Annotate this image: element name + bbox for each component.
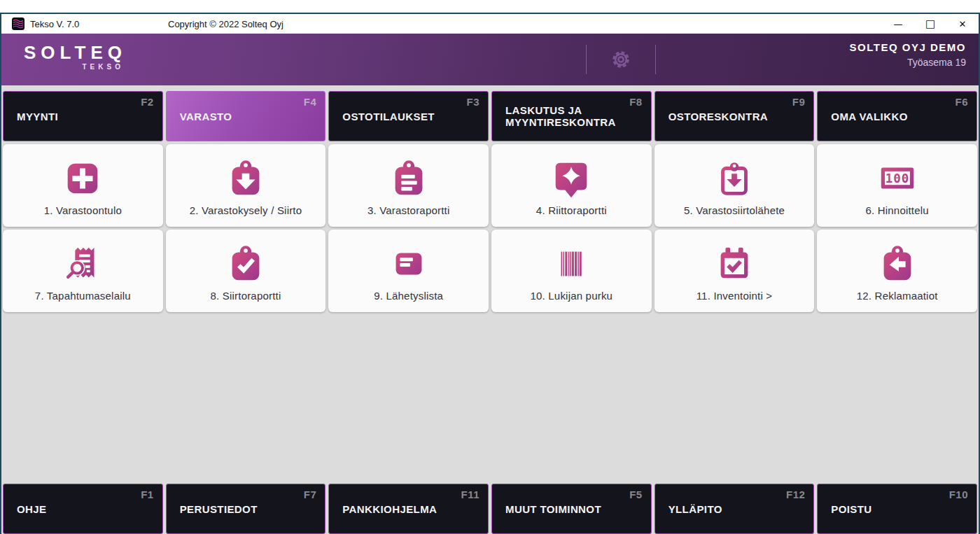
marker-sparkle-icon [549,156,594,201]
top-menu-button[interactable]: F2 MYYNTI [3,91,163,141]
tile-button[interactable]: 5. Varastosiirtolähete [654,144,815,227]
menu-label: PANKKIOHJELMA [342,503,437,515]
tile-label: 3. Varastoraportti [368,204,450,216]
tile-button[interactable]: 10. Lukijan purku [491,230,652,312]
tag-arrow-left-icon [875,241,920,286]
copyright-text: Copyright © 2022 Solteq Oyj [168,19,284,29]
menu-label: POISTU [831,503,872,515]
tile-label: 7. Tapahtumaselailu [35,290,131,302]
close-button[interactable]: ✕ [946,14,979,34]
menu-label: PERUSTIEDOT [180,503,258,515]
settings-area [586,45,656,74]
menu-label: MUUT TOIMINNOT [505,503,601,515]
tile-button[interactable]: 7. Tapahtumaselailu [3,230,163,312]
fkey-label: F6 [955,96,968,108]
tile-button[interactable]: 100 6. Hinnoittelu [817,144,977,227]
tile-label: 5. Varastosiirtolähete [684,204,785,216]
menu-label: MYYNTI [17,111,58,122]
session-info: SOLTEQ OYJ DEMO Työasema 19 [850,41,966,68]
fkey-label: F4 [304,96,317,108]
tile-label: 6. Hinnoittelu [865,204,928,216]
menu-label: OSTORESKONTRA [668,111,768,122]
plus-square-icon [60,156,105,201]
tile-grid: 1. Varastoontulo 2. Varastokysely / Siir… [3,144,977,312]
tile-button[interactable]: 2. Varastokysely / Siirto [166,144,326,227]
top-menu-button[interactable]: F8 LASKUTUS JA MYYNTIRESKONTRA [491,91,652,141]
tag-arrow-down-icon [223,156,268,201]
minimize-button[interactable]: — [882,14,914,34]
empty-area [3,312,977,484]
barcode-icon [549,241,594,286]
tile-button[interactable]: 1. Varastoontulo [3,144,163,227]
app-window: Tekso V. 7.0 Copyright © 2022 Solteq Oyj… [0,13,980,534]
bottom-menu-button[interactable]: F12 YLLÄPITO [654,484,815,534]
bottom-menu-button[interactable]: F5 MUUT TOIMINNOT [491,484,652,534]
card-lines-icon [386,241,431,286]
top-menu-button[interactable]: F9 OSTORESKONTRA [654,91,815,141]
tag-lines-icon [386,156,431,201]
wave-logo-icon [12,17,24,30]
receipt-search-icon [60,241,105,286]
tile-label: 8. Siirtoraportti [211,290,281,302]
bottom-menu-button[interactable]: F10 POISTU [817,484,977,534]
tile-label: 1. Varastoontulo [44,204,122,216]
app-title: Tekso V. 7.0 [30,19,79,29]
svg-text:100: 100 [885,171,909,185]
menu-label: YLLÄPITO [668,503,722,515]
top-menu-button[interactable]: F3 OSTOTILAUKSET [328,91,489,141]
tile-button[interactable]: 9. Lähetyslista [328,230,489,312]
fkey-label: F8 [629,96,643,108]
tile-label: 10. Lukijan purku [531,290,613,302]
solteq-logo: SOLTEQ TEKSO [24,43,127,71]
logo-primary-text: SOLTEQ [24,43,127,62]
menu-label: OHJE [17,503,46,515]
menu-label: LASKUTUS JA MYYNTIRESKONTRA [505,104,638,128]
tile-label: 9. Lähetyslista [374,290,443,302]
maximize-button[interactable]: □ [914,14,946,34]
fkey-label: F10 [949,489,968,500]
top-menu: F2 MYYNTI F4 VARASTO F3 OSTOTILAUKSET F8… [3,91,977,141]
fkey-label: F11 [461,489,479,500]
tile-button[interactable]: 4. Riittoraportti [491,144,652,227]
tag-check-icon [223,241,268,286]
menu-label: OSTOTILAUKSET [342,111,435,122]
titlebar: Tekso V. 7.0 Copyright © 2022 Solteq Oyj… [1,14,979,34]
fkey-label: F3 [466,96,479,108]
clipboard-arrow-down-outline-icon [712,156,757,201]
bottom-menu-button[interactable]: F1 OHJE [3,484,163,534]
bottom-menu-button[interactable]: F11 PANKKIOHJELMA [328,484,489,534]
fkey-label: F12 [786,489,805,500]
fkey-label: F1 [141,489,154,500]
tile-button[interactable]: 12. Reklamaatiot [817,230,977,312]
top-menu-button[interactable]: F6 OMA VALIKKO [817,91,977,141]
bottom-menu-button[interactable]: F7 PERUSTIEDOT [166,484,326,534]
settings-gear-button[interactable] [607,45,635,73]
tile-label: 11. Inventointi > [696,290,773,302]
window-controls: — □ ✕ [882,14,979,34]
main-area: F2 MYYNTI F4 VARASTO F3 OSTOTILAUKSET F8… [1,85,979,534]
price-display-100-icon: 100 [875,156,920,201]
bottom-menu: F1 OHJE F7 PERUSTIEDOT F11 PANKKIOHJELMA… [3,484,977,534]
fkey-label: F9 [792,96,806,108]
tile-label: 2. Varastokysely / Siirto [190,204,302,216]
company-name: SOLTEQ OYJ DEMO [850,41,966,53]
fkey-label: F5 [629,489,643,500]
tile-button[interactable]: 11. Inventointi > [654,230,815,312]
tile-button[interactable]: 3. Varastoraportti [328,144,489,227]
logo-secondary-text: TEKSO [24,63,127,71]
fkey-label: F2 [141,96,154,108]
gear-icon [609,48,633,71]
tile-label: 12. Reklamaatiot [857,290,938,302]
tile-label: 4. Riittoraportti [536,204,607,216]
top-menu-button[interactable]: F4 VARASTO [166,91,326,141]
menu-label: OMA VALIKKO [831,111,907,122]
fkey-label: F7 [304,489,317,500]
app-header: SOLTEQ TEKSO SOLTEQ OYJ DEMO Työasema 19 [1,34,979,85]
calendar-check-icon [712,241,757,286]
tile-button[interactable]: 8. Siirtoraportti [166,230,326,312]
workstation-label: Työasema 19 [850,57,966,68]
menu-label: VARASTO [180,111,232,122]
